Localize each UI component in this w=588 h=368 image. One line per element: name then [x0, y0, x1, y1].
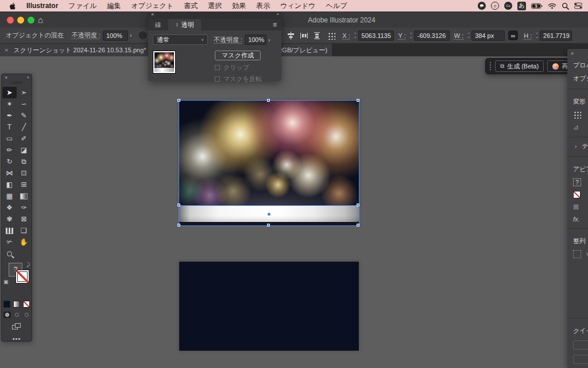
close-document-icon[interactable]: ×	[5, 47, 8, 53]
gradient-swatch[interactable]	[13, 301, 20, 308]
fireworks-image[interactable]	[179, 101, 359, 206]
fill-unknown-swatch[interactable]: ?	[573, 178, 581, 186]
crop-tool[interactable]: ⊠	[17, 213, 31, 225]
reference-point-grid-icon[interactable]	[327, 32, 335, 40]
zoom-tool[interactable]	[2, 248, 17, 259]
selection-handle[interactable]	[177, 224, 180, 227]
selection-handle[interactable]	[357, 204, 359, 206]
edit-toolbar-more-icon[interactable]: •••	[2, 335, 32, 342]
magic-wand-tool[interactable]: ✶	[2, 98, 17, 110]
recolor-button[interactable]: 再配色	[547, 60, 568, 72]
close-panel-icon[interactable]: ×	[151, 12, 154, 17]
x-label[interactable]: X :	[342, 32, 350, 39]
opacity-label[interactable]: 不透明度 :	[72, 31, 100, 40]
tools-drag-handle[interactable]	[11, 81, 23, 84]
gradient-tool[interactable]	[17, 190, 31, 202]
color-swatch[interactable]	[3, 301, 10, 308]
shape-builder-tool[interactable]: ◧	[2, 179, 17, 190]
default-fill-stroke-icon[interactable]: ▣	[3, 279, 9, 285]
distribute-vertical-icon[interactable]	[300, 32, 308, 40]
wifi-icon[interactable]	[548, 3, 556, 9]
align-horizontal-center-icon[interactable]	[287, 32, 295, 40]
text-wrap-row[interactable]: › テキストの回り込み	[567, 137, 588, 151]
slice-tool[interactable]: ✃	[2, 236, 17, 248]
menu-type[interactable]: 書式	[179, 1, 203, 11]
rotate-tool[interactable]: ↻	[2, 156, 17, 167]
selection-handle[interactable]	[267, 99, 270, 102]
perspective-grid-tool[interactable]: ⊞	[17, 179, 31, 190]
invert-mask-checkbox[interactable]	[215, 76, 220, 82]
opacity-field[interactable]: 100%	[103, 30, 128, 41]
panel-menu-icon[interactable]: ≡	[273, 21, 277, 29]
x-stepper[interactable]: ⌃⌄	[354, 33, 357, 38]
selection-handle[interactable]	[177, 99, 180, 102]
width-tool[interactable]: ⋈	[2, 167, 17, 179]
collapse-panel-icon[interactable]: ‹‹	[277, 12, 278, 17]
selection-handle[interactable]	[177, 204, 180, 206]
apple-logo-icon[interactable]	[9, 2, 17, 10]
direct-selection-tool[interactable]: ➣	[17, 87, 31, 98]
h-field[interactable]: 261.7719	[540, 30, 572, 41]
quick-action-button[interactable]	[573, 355, 588, 364]
menu-select[interactable]: 選択	[203, 1, 227, 11]
selection-handle[interactable]	[357, 224, 359, 227]
menu-help[interactable]: ヘルプ	[321, 1, 353, 11]
w-stepper[interactable]: ⌃⌄	[467, 33, 470, 38]
eraser-tool[interactable]: ◪	[17, 144, 31, 156]
lasso-tool[interactable]: ∽	[17, 98, 31, 110]
selection-center-anchor[interactable]	[268, 213, 270, 216]
line-icon[interactable]	[478, 2, 486, 10]
tab-transparency[interactable]: ⇕ 透明	[168, 19, 201, 30]
creative-cloud-icon[interactable]: Cc	[504, 2, 512, 10]
properties-tab[interactable]: プロパティ	[567, 56, 588, 70]
make-mask-button[interactable]: マスク作成	[215, 51, 261, 60]
none-swatch[interactable]	[23, 301, 30, 308]
w-field[interactable]: 384 px	[471, 30, 505, 41]
stroke-swatch[interactable]	[16, 270, 29, 283]
opacity-grid-icon[interactable]: ⊠	[573, 203, 579, 211]
object-thumbnail[interactable]	[153, 51, 176, 74]
panel-opacity-field[interactable]: 100%	[245, 34, 266, 45]
menu-file[interactable]: ファイル	[63, 1, 102, 11]
align-objects-icon[interactable]	[573, 250, 581, 258]
draw-normal-mode[interactable]	[3, 312, 11, 318]
free-transform-tool[interactable]: ⊡	[17, 167, 31, 179]
menu-view[interactable]: 表示	[251, 1, 275, 11]
shaper-tool[interactable]: ✏	[2, 144, 17, 156]
rectangle-tool[interactable]: ▭	[2, 133, 17, 144]
tab-stroke[interactable]: 線	[148, 19, 168, 30]
menu-illustrator[interactable]: Illustrator	[21, 2, 63, 10]
artboard-tool[interactable]: ❏	[17, 225, 31, 236]
draw-behind-mode[interactable]	[13, 312, 21, 318]
panel-opacity-label[interactable]: 不透明度 :	[214, 36, 242, 44]
type-tool[interactable]: T	[2, 121, 17, 133]
menu-object[interactable]: オブジェクト	[126, 1, 179, 11]
taskbar-drag-handle[interactable]	[489, 62, 492, 71]
expand-icon[interactable]: ›	[575, 143, 577, 150]
navy-artboard[interactable]	[179, 262, 359, 351]
menu-window[interactable]: ウィンドウ	[275, 1, 320, 11]
mesh-tool[interactable]: ▦	[2, 190, 17, 202]
curvature-tool[interactable]: ✎	[17, 110, 31, 121]
h-stepper[interactable]: ⌃⌄	[535, 33, 539, 38]
selection-tool[interactable]: ➤	[2, 87, 17, 98]
blend-mode-dropdown[interactable]: 通常 ˅	[153, 34, 208, 45]
graph-tool[interactable]	[2, 225, 17, 236]
h-label[interactable]: H :	[524, 32, 532, 39]
menu-edit[interactable]: 編集	[102, 1, 126, 11]
search-icon[interactable]	[562, 2, 569, 10]
stroke-none-swatch[interactable]	[573, 191, 581, 198]
swap-fill-stroke-icon[interactable]: ⤸	[27, 262, 30, 268]
screen-mode-icon[interactable]	[12, 323, 21, 329]
y-field[interactable]: -609.3126	[414, 30, 450, 41]
quick-action-button[interactable]	[573, 340, 588, 350]
draw-inside-mode[interactable]	[23, 312, 30, 318]
symbol-sprayer-tool[interactable]: ✾	[2, 213, 17, 225]
hand-tool[interactable]: ✋	[17, 236, 31, 248]
battery-icon[interactable]	[531, 3, 543, 9]
scale-tool[interactable]: ⧉	[17, 156, 31, 167]
pen-tool[interactable]: ✒	[2, 110, 17, 121]
collapse-tools-icon[interactable]: ‹‹	[27, 75, 29, 80]
panel-opacity-chevron-icon[interactable]: ›	[268, 37, 270, 43]
opacity-chevron-icon[interactable]: ›	[130, 32, 131, 39]
